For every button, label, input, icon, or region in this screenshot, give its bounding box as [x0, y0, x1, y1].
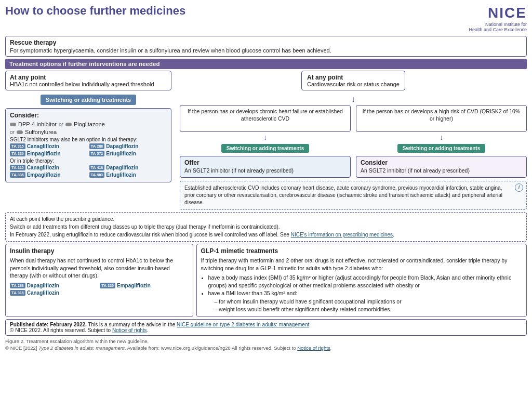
arrow-high-cvd: ↓ — [440, 133, 443, 141]
offer-text: An SGLT2 inhibitor (if not already presc… — [184, 167, 346, 175]
insulin-box: Insulin therapy When dual therapy has no… — [5, 244, 193, 317]
triple-text: Or in triple therapy: — [10, 158, 167, 164]
glp1-bullet1: have a body mass index (BMI) of 35 kg/m²… — [208, 274, 522, 289]
switching-btn-chf[interactable]: Switching or adding treatments — [221, 144, 309, 153]
at-any-point-right-box: At any point Cardiovascular risk or stat… — [301, 71, 405, 90]
rescue-title: Rescue therapy — [10, 39, 522, 46]
branch-chf: If the person has or develops chronic he… — [180, 105, 351, 178]
at-any-point-right-wrapper: At any point Cardiovascular risk or stat… — [180, 71, 527, 93]
arrow-down-1: ↓ — [180, 95, 527, 104]
arrow-chf: ↓ — [263, 133, 267, 141]
caption: Figure 2. Treatment escalation algorithm… — [5, 338, 527, 352]
glp1-bullet2-prefix: have a BMI lower than 35 kg/m² and: — [208, 290, 298, 296]
glp1-list: have a body mass index (BMI) of 35 kg/m²… — [201, 274, 522, 313]
dapa-288: TA 288 Dapagliflozin — [89, 143, 167, 149]
empa-336-i: TA 336 Empagliflozin — [100, 283, 188, 288]
sglt2-dual-text: SGLT2 inhibitors may also be an option i… — [10, 137, 167, 142]
insulin-text: When dual therapy has not continued to c… — [10, 257, 189, 280]
at-any-point-left-box: At any point HBA1c not controlled below … — [5, 71, 171, 90]
nice-subtitle-line1: National Institute for — [469, 22, 527, 28]
nice-acronym: NICE — [469, 4, 527, 22]
header: How to choose further medicines NICE Nat… — [5, 4, 527, 33]
right-branches: If the person has or develops chronic he… — [180, 105, 527, 178]
dapa-288-i: TA 288 Dapagliflozin — [10, 283, 98, 288]
page-container: How to choose further medicines NICE Nat… — [0, 0, 532, 353]
bottom-row: Insulin therapy When dual therapy has no… — [5, 244, 527, 317]
note-line2: Switch or add treatments from different … — [10, 223, 522, 231]
chf-text: If the person has or develops chronic he… — [188, 108, 343, 122]
glp1-sub2: – weight loss would benefit other signif… — [215, 306, 522, 313]
pioglitazone-icon — [65, 123, 72, 126]
glp1-sub-list: – for whom insulin therapy would have si… — [208, 298, 522, 313]
caption-line2: © NICE [2022] Type 2 diabetes in adults:… — [5, 345, 527, 351]
footer-published: Published date: February 2022. This is a… — [10, 322, 311, 327]
offer-wrapper: Offer An SGLT2 inhibitor (if not already… — [180, 156, 351, 178]
consider-title: Consider: — [10, 112, 167, 119]
dual-therapy-grid: TA 315 Canagliflozin TA 288 Dapagliflozi… — [10, 143, 167, 156]
insulin-drugs: TA 288 Dapagliflozin TA 336 Empagliflozi… — [10, 283, 189, 296]
switching-btn-high-cvd[interactable]: Switching or adding treatments — [397, 144, 485, 153]
treatment-banner: Treatment options if further interventio… — [5, 59, 527, 69]
main-content: At any point HBA1c not controlled below … — [5, 71, 527, 212]
dapa-418-t: TA 418 Dapagliflozin — [89, 165, 167, 170]
nice-logo: NICE National Institute for Health and C… — [469, 4, 527, 33]
insulin-title: Insulin therapy — [10, 247, 189, 255]
glp1-title: GLP-1 mimetic treatments — [201, 247, 522, 255]
sulfonylurea-label: Sulfonylurea — [25, 129, 57, 135]
ertu-583-t: TA 583 Ertugliflozin — [89, 172, 167, 178]
chf-box: If the person has or develops chronic he… — [180, 105, 351, 132]
caption-rights-link[interactable]: Notice of rights — [297, 345, 330, 351]
cana-315: TA 315 Canagliflozin — [10, 143, 88, 149]
info-icon: i — [515, 183, 523, 192]
switching-btn-left[interactable]: Switching or adding treatments — [41, 95, 136, 105]
glp1-intro: If triple therapy with metformin and 2 o… — [201, 257, 522, 272]
triple-therapy-grid: TA 315 Canagliflozin TA 418 Dapagliflozi… — [10, 165, 167, 178]
ertu-572: TA 572 Ertugliflozin — [89, 151, 167, 156]
offer-box: Offer An SGLT2 inhibitor (if not already… — [180, 156, 351, 178]
info-text: Established atherosclerotic CVD includes… — [184, 184, 522, 206]
dpp4-label: DPP-4 inhibitor — [18, 121, 57, 127]
high-cvd-box: If the person has or develops a high ris… — [356, 105, 527, 132]
offer-title: Offer — [184, 159, 346, 166]
note-box: At each point follow the prescribing gui… — [5, 212, 527, 242]
high-cvd-text: If the person has or develops a high ris… — [363, 108, 521, 122]
rescue-text: For symptomatic hyperglycaemia, consider… — [10, 47, 522, 54]
glp1-sub1: – for whom insulin therapy would have si… — [215, 298, 522, 306]
consider-sglt2-title: Consider — [361, 159, 522, 166]
note-line3: In February 2022, using ertugliflozin to… — [10, 231, 522, 239]
at-any-point-right-title: At any point — [307, 74, 400, 81]
switching-btn-left-wrapper: Switching or adding treatments — [5, 93, 171, 107]
caption-line1: Figure 2. Treatment escalation algorithm… — [5, 338, 527, 345]
pioglitazone-label: Pioglitazone — [74, 121, 105, 127]
or-1: or — [59, 122, 63, 127]
consider-sglt2-wrapper: Consider An SGLT2 inhibitor (if not alre… — [356, 156, 527, 178]
dpp4-icon — [10, 123, 16, 126]
sulfonylurea-row: or Sulfonylurea — [10, 129, 167, 135]
empa-336: TA 336 Empagliflozin — [10, 151, 88, 156]
consider-box: Consider: DPP-4 inhibitor or Pioglitazon… — [5, 108, 171, 182]
note-line1: At each point follow the prescribing gui… — [10, 215, 522, 223]
or-2: or — [10, 129, 15, 135]
footer-box: Published date: February 2022. This is a… — [5, 319, 527, 336]
branch-high-cvd: If the person has or develops a high ris… — [356, 105, 527, 178]
footer-rights: © NICE 2022. All rights reserved. Subjec… — [10, 327, 148, 333]
nice-subtitle-line2: Health and Care Excellence — [469, 27, 527, 33]
consider-sglt2-text: An SGLT2 inhibitor (if not already presc… — [361, 167, 522, 175]
glp1-bullet2: have a BMI lower than 35 kg/m² and: – fo… — [208, 289, 522, 313]
at-any-point-right-text: Cardiovascular risk or status change — [307, 81, 400, 87]
guideline-link[interactable]: NICE guideline on type 2 diabetes in adu… — [177, 322, 309, 327]
sulfonylurea-icon — [17, 130, 23, 134]
page-title: How to choose further medicines — [5, 4, 185, 18]
info-box: i Established atherosclerotic CVD includ… — [180, 181, 527, 210]
dpp4-row: DPP-4 inhibitor or Pioglitazone — [10, 121, 167, 127]
nice-prescribing-link[interactable]: NICE's information on prescribing medici… — [291, 232, 393, 237]
notice-of-rights-link[interactable]: Notice of rights — [112, 327, 147, 333]
consider-sglt2-box: Consider An SGLT2 inhibitor (if not alre… — [356, 156, 527, 178]
cana-315-t: TA 315 Canagliflozin — [10, 165, 88, 170]
pioglitazone-item: Pioglitazone — [65, 121, 105, 127]
glp1-box: GLP-1 mimetic treatments If triple thera… — [196, 244, 527, 317]
at-any-point-left-text: HBA1c not controlled below individually … — [10, 81, 167, 87]
rescue-box: Rescue therapy For symptomatic hyperglyc… — [5, 36, 527, 57]
right-column: At any point Cardiovascular risk or stat… — [176, 71, 527, 212]
at-any-point-left-title: At any point — [10, 74, 167, 81]
